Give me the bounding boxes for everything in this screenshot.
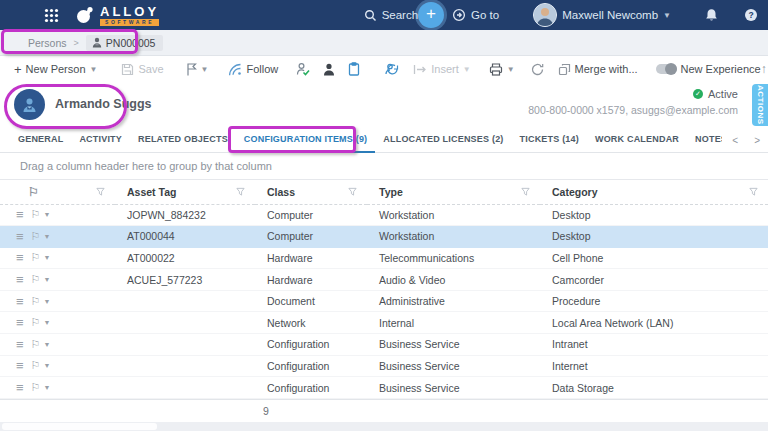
new-person-button[interactable]: + New Person ▼ [14,62,97,77]
user-name: Maxwell Newcomb [562,9,658,21]
table-row[interactable]: ≡⚐▼ NetworkInternalLocal Area Network (L… [0,312,768,334]
funnel-icon[interactable] [348,187,357,196]
tab-general[interactable]: GENERAL [10,127,71,153]
row-menu-icon[interactable]: ≡ [16,337,24,352]
logo-alloy-text: ALLOY [100,5,159,18]
alloy-logo-icon [75,5,95,25]
flag-icon [186,63,197,76]
clipboard-button[interactable] [348,62,360,76]
row-menu-icon[interactable]: ≡ [16,358,24,373]
grid-header-row: ⚐ Asset Tag Class Type Category [0,180,768,204]
breadcrumb-root-link[interactable]: Persons [28,37,67,49]
reassign-icon [384,62,399,76]
row-flag-icon[interactable]: ⚐ [31,251,41,264]
row-menu-icon[interactable]: ≡ [16,207,24,222]
chevron-down-icon[interactable]: ▼ [43,384,50,391]
refresh-button[interactable] [531,63,544,76]
new-experience-toggle[interactable]: New Experience [656,63,761,75]
tabs-scroll-left-icon[interactable]: < [732,135,738,146]
search-button[interactable]: Search [364,9,418,22]
table-row[interactable]: ≡⚐▼ DocumentAdministrativeProcedure [0,290,768,312]
table-row[interactable]: ≡⚐▼ ConfigurationBusiness ServiceInterne… [0,355,768,377]
table-row[interactable]: ≡⚐▼ ConfigurationBusiness ServiceData St… [0,377,768,399]
chevron-down-icon[interactable]: ▼ [43,362,50,369]
row-flag-icon[interactable]: ⚐ [31,273,41,286]
chevron-down-icon[interactable]: ▼ [43,211,50,218]
tab-configuration-items[interactable]: CONFIGURATION ITEMS (9) [236,127,375,153]
tab-related-objects[interactable]: RELATED OBJECTS [130,127,236,153]
row-flag-icon[interactable]: ⚐ [31,338,41,351]
status-check-icon: ✓ [693,89,703,99]
row-menu-icon[interactable]: ≡ [16,229,24,244]
up-arrow-icon[interactable]: ↑ [761,62,767,76]
column-header-asset-tag[interactable]: Asset Tag [115,180,255,204]
horizontal-scrollbar[interactable] [0,422,768,431]
tab-work-calendar[interactable]: WORK CALENDAR [587,127,687,153]
row-menu-icon[interactable]: ≡ [16,315,24,330]
chevron-down-icon[interactable]: ▼ [43,341,50,348]
app-grid-icon[interactable] [44,8,59,23]
tab-tickets[interactable]: TICKETS (14) [512,127,587,153]
funnel-icon[interactable] [521,187,530,196]
save-button[interactable]: Save [121,63,163,76]
breadcrumb-person-icon [92,37,102,48]
funnel-icon[interactable] [236,187,245,196]
chevron-down-icon: ▼ [90,65,98,74]
row-flag-icon[interactable]: ⚐ [31,208,41,221]
breadcrumb-current-chip[interactable]: PN000005 [86,35,164,51]
table-row[interactable]: ≡⚐▼ ConfigurationBusiness ServiceIntrane… [0,334,768,356]
table-row[interactable]: ≡⚐▼ ACUEJ_577223HardwareAudio & VideoCam… [0,269,768,291]
goto-button[interactable]: Go to [452,8,499,22]
tab-activity[interactable]: ACTIVITY [71,127,130,153]
insert-icon [413,64,427,75]
table-row[interactable]: ≡⚐▼ AT000022HardwareTelecommunicationsCe… [0,247,768,269]
group-by-panel[interactable]: Drag a column header here to group by th… [0,153,768,180]
tab-allocated-licenses[interactable]: ALLOCATED LICENSES (2) [375,127,511,153]
row-menu-icon[interactable]: ≡ [16,380,24,395]
row-flag-icon[interactable]: ⚐ [31,359,41,372]
row-menu-icon[interactable]: ≡ [16,294,24,309]
funnel-icon[interactable] [96,187,105,196]
row-flag-icon[interactable]: ⚐ [31,230,41,243]
merge-with-button[interactable]: Merge with... [558,63,638,76]
column-header-flag[interactable]: ⚐ [0,180,115,204]
row-menu-icon[interactable]: ≡ [16,272,24,287]
row-flag-icon[interactable]: ⚐ [31,316,41,329]
reassign-button[interactable] [384,62,399,76]
funnel-icon[interactable] [749,187,758,196]
table-row-selected[interactable]: ≡⚐▼ AT000044ComputerWorkstationDesktop [0,226,768,248]
column-header-category[interactable]: Category [540,180,768,204]
tab-notes[interactable]: NOTES [687,127,722,153]
refresh-icon [531,63,544,76]
chevron-down-icon[interactable]: ▼ [43,298,50,305]
tabs-scroll-right-icon[interactable]: > [754,135,760,146]
actions-panel-tab[interactable]: ACTIONS [752,84,768,126]
follow-icon [228,63,242,76]
chevron-down-icon[interactable]: ▼ [43,319,50,326]
flag-icon: ⚐ [28,185,39,199]
chevron-down-icon[interactable]: ▼ [43,254,50,261]
column-header-class[interactable]: Class [255,180,367,204]
user-caret-icon: ▼ [663,11,671,20]
person-record-button[interactable] [323,63,335,76]
status-badge: ✓ Active [528,88,738,100]
row-flag-icon[interactable]: ⚐ [31,295,41,308]
record-toolbar: + New Person ▼ Save ▼ Follow [0,56,768,82]
follow-button[interactable]: Follow [228,63,278,76]
scrollbar-thumb[interactable] [2,423,157,430]
chevron-down-icon[interactable]: ▼ [43,233,50,240]
chevron-down-icon[interactable]: ▼ [43,276,50,283]
print-button[interactable]: ▼ [489,63,515,76]
column-header-type[interactable]: Type [367,180,540,204]
insert-button[interactable]: Insert ▼ [413,63,470,75]
user-menu[interactable]: Maxwell Newcomb ▼ [533,3,671,27]
alloy-logo[interactable]: ALLOY SOFTWARE [75,5,159,26]
table-row[interactable]: ≡⚐▼ JOPWN_884232ComputerWorkstationDeskt… [0,204,768,226]
row-menu-icon[interactable]: ≡ [16,250,24,265]
row-flag-icon[interactable]: ⚐ [31,381,41,394]
merge-icon [558,63,571,76]
verify-person-button[interactable] [296,62,310,76]
bell-icon[interactable] [705,8,718,22]
flag-menu-button[interactable]: ▼ [186,63,209,76]
help-icon[interactable]: ? [744,8,758,22]
